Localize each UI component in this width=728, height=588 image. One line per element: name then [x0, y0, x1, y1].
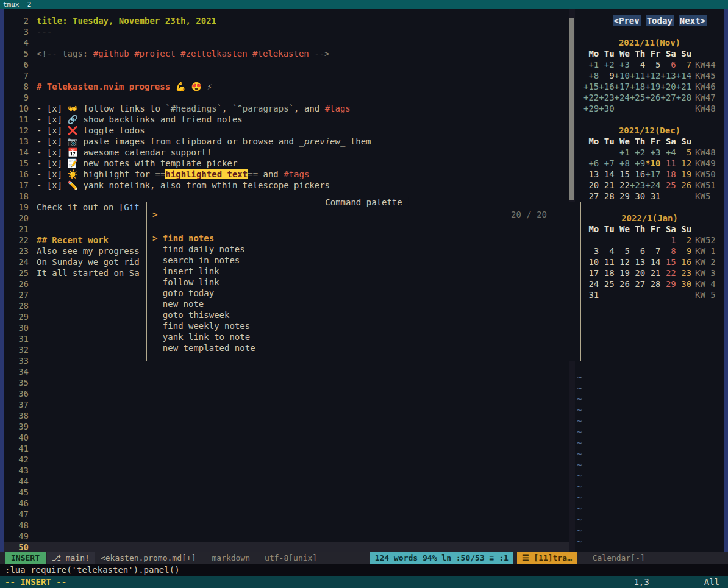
calendar-day[interactable]: 11 [599, 257, 614, 267]
calendar-day[interactable]: 14 [645, 257, 660, 267]
calendar-day[interactable]: +2 [599, 59, 614, 70]
calendar-day[interactable]: +30 [599, 103, 614, 114]
calendar-day[interactable]: 29 [660, 278, 676, 289]
calendar-day[interactable]: 27 [630, 278, 645, 289]
calendar-day[interactable]: +23 [599, 92, 614, 103]
calendar-day[interactable]: +19 [645, 81, 660, 92]
calendar-day[interactable]: 1 [660, 235, 676, 246]
calendar-day[interactable]: 12 [676, 158, 691, 169]
calendar-day[interactable]: 25 [599, 278, 614, 289]
calendar-day[interactable]: +25 [630, 92, 645, 103]
calendar-day[interactable]: +3 [615, 59, 630, 70]
palette-item[interactable]: new note [147, 299, 580, 310]
calendar-day[interactable]: 5 [645, 59, 660, 70]
calendar-day[interactable]: 9 [599, 70, 614, 81]
calendar-day[interactable]: 30 [676, 278, 691, 289]
calendar-day[interactable]: 4 [599, 246, 614, 257]
calendar-day[interactable]: 27 [583, 191, 599, 202]
calendar-day[interactable]: 22 [660, 267, 676, 278]
calendar-day[interactable]: 13 [583, 169, 599, 180]
calendar-day[interactable]: 28 [645, 278, 660, 289]
calendar-day[interactable]: +12 [645, 70, 660, 81]
palette-item[interactable]: new templated note [147, 342, 580, 353]
calendar-day[interactable]: 21 [599, 180, 614, 191]
calendar-day[interactable]: +16 [599, 81, 614, 92]
calendar-day[interactable]: 22 [615, 180, 630, 191]
calendar-day[interactable]: 5 [676, 147, 691, 158]
calendar-day[interactable]: +20 [660, 81, 676, 92]
calendar-day[interactable]: 19 [615, 267, 630, 278]
palette-item[interactable]: yank link to note [147, 331, 580, 342]
calendar-today-button[interactable]: Today [646, 15, 674, 26]
calendar-day[interactable]: +14 [676, 70, 691, 81]
calendar-day[interactable]: +27 [660, 92, 676, 103]
calendar-day[interactable]: 15 [660, 257, 676, 267]
calendar-day[interactable]: 18 [599, 267, 614, 278]
calendar-day[interactable]: +11 [630, 70, 645, 81]
calendar-day[interactable]: 28 [599, 191, 614, 202]
calendar-day[interactable]: 23 [676, 267, 691, 278]
calendar-day[interactable]: +29 [583, 103, 599, 114]
calendar-day[interactable]: +8 [583, 70, 599, 81]
calendar-day[interactable]: 5 [615, 246, 630, 257]
calendar-day[interactable]: +2 [630, 147, 645, 158]
command-line[interactable]: :lua require('telekasten').panel() [0, 564, 728, 576]
calendar-day[interactable]: 24 [583, 278, 599, 289]
calendar-day[interactable]: 2 [676, 235, 691, 246]
calendar-day[interactable]: +17 [615, 81, 630, 92]
palette-item[interactable]: find daily notes [147, 244, 580, 255]
calendar-day[interactable]: 16 [676, 257, 691, 267]
calendar-day[interactable]: +23 [630, 180, 645, 191]
calendar-day[interactable]: +6 [583, 158, 599, 169]
calendar-day[interactable]: 20 [583, 180, 599, 191]
calendar-day[interactable]: 16 [630, 169, 645, 180]
calendar-day[interactable]: +24 [615, 92, 630, 103]
calendar-day[interactable]: 3 [583, 246, 599, 257]
calendar-day[interactable]: 6 [630, 246, 645, 257]
palette-item[interactable]: goto today [147, 288, 580, 299]
calendar-day[interactable]: +10 [615, 70, 630, 81]
calendar-day[interactable]: +21 [676, 81, 691, 92]
palette-item[interactable]: search in notes [147, 255, 580, 266]
calendar-day[interactable]: 20 [630, 267, 645, 278]
calendar-day[interactable]: +7 [599, 158, 614, 169]
calendar-day[interactable]: +13 [660, 70, 676, 81]
calendar-day[interactable]: +17 [645, 169, 660, 180]
calendar-day[interactable]: *10 [645, 158, 660, 169]
calendar-day[interactable]: 31 [583, 289, 599, 300]
calendar-day[interactable]: 26 [615, 278, 630, 289]
calendar-day[interactable]: 19 [676, 169, 691, 180]
calendar-day[interactable]: 18 [660, 169, 676, 180]
calendar-day[interactable]: 8 [660, 246, 676, 257]
calendar-day[interactable]: 6 [660, 59, 676, 70]
calendar-day[interactable]: 11 [660, 158, 676, 169]
calendar-day[interactable]: 7 [645, 246, 660, 257]
calendar-day[interactable]: +22 [583, 92, 599, 103]
calendar-day[interactable]: +1 [583, 59, 599, 70]
calendar-day[interactable]: 31 [645, 191, 660, 202]
calendar-day[interactable]: 21 [645, 267, 660, 278]
calendar-day[interactable]: +18 [630, 81, 645, 92]
calendar-day[interactable]: 4 [630, 59, 645, 70]
calendar-day[interactable]: +24 [645, 180, 660, 191]
calendar-prev-button[interactable]: <Prev [613, 15, 641, 26]
calendar-day[interactable]: +1 [615, 147, 630, 158]
calendar-day[interactable]: 13 [630, 257, 645, 267]
calendar-day[interactable]: 29 [615, 191, 630, 202]
calendar-day[interactable]: 17 [583, 267, 599, 278]
calendar-day[interactable]: 9 [676, 246, 691, 257]
palette-item[interactable]: follow link [147, 277, 580, 288]
scrollbar-thumb[interactable] [569, 18, 574, 200]
calendar-day[interactable]: 10 [583, 257, 599, 267]
calendar-day[interactable]: +9 [630, 158, 645, 169]
calendar-day[interactable]: 25 [660, 180, 676, 191]
palette-item[interactable]: find weekly notes [147, 321, 580, 331]
calendar-day[interactable]: 26 [676, 180, 691, 191]
calendar-day[interactable]: 30 [630, 191, 645, 202]
palette-item[interactable]: > find notes [147, 233, 580, 244]
palette-item[interactable]: insert link [147, 266, 580, 277]
calendar-day[interactable]: +28 [676, 92, 691, 103]
calendar-day[interactable]: 12 [615, 257, 630, 267]
calendar-day[interactable]: 15 [615, 169, 630, 180]
calendar-next-button[interactable]: Next> [679, 15, 707, 26]
